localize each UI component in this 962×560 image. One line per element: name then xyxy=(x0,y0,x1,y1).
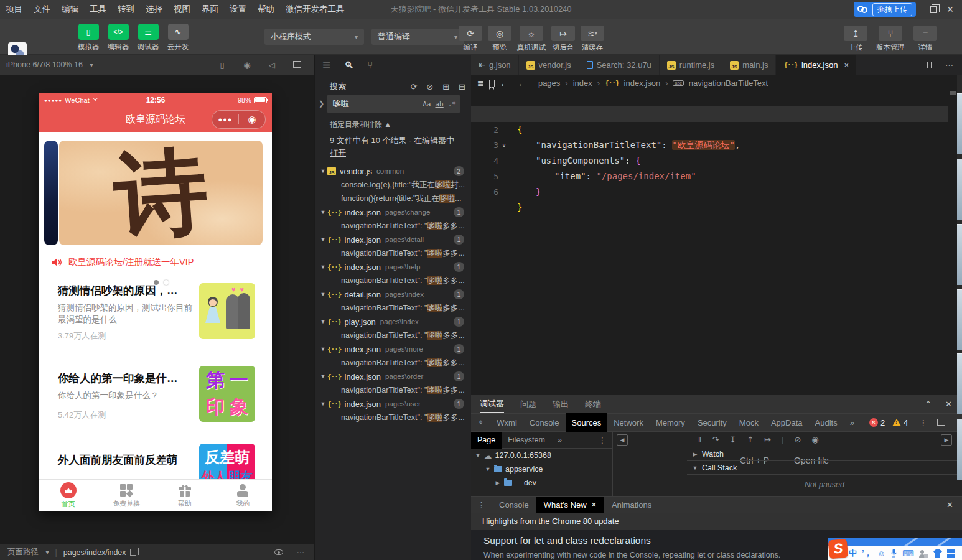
menu-select[interactable]: 选择 xyxy=(140,4,168,15)
devtools-tab-mock[interactable]: Mock xyxy=(733,413,765,432)
docked-sidebar-segment[interactable] xyxy=(957,353,962,414)
search-match-row[interactable]: function(){return{title:"我正在哆啦... xyxy=(341,192,465,205)
menu-tools[interactable]: 工具 xyxy=(84,4,112,15)
copy-path-icon[interactable] xyxy=(130,549,136,556)
clear-cache-button[interactable]: ≋▾ 清缓存 xyxy=(581,26,604,52)
code-editor[interactable]: 1∨ { 2 "navigationBarTitleText": "欧皇源码论坛… xyxy=(471,91,948,395)
record-icon[interactable]: ◉ xyxy=(235,60,259,70)
sogou-logo[interactable]: S xyxy=(828,539,849,559)
capsule-menu[interactable]: ●●● ◉ xyxy=(212,110,266,129)
quiz-list-item[interactable]: 猜测情侣吵架的原因，… 猜测情侣吵架的原因，测试出你目前最渴望的是什么 3.79… xyxy=(39,283,272,345)
search-match-row[interactable]: navigationBarTitleText": "哆啦多多... xyxy=(341,356,465,370)
clear-results-icon[interactable]: ⊘ xyxy=(426,82,433,91)
tab-mine[interactable]: 我的 xyxy=(214,480,273,511)
sources-tab-page[interactable]: Page xyxy=(471,432,502,449)
drawer-tab-animations[interactable]: Animations xyxy=(604,497,659,513)
outline-list-icon[interactable]: ☰ xyxy=(322,60,330,71)
mute-icon[interactable]: ◁ xyxy=(259,60,284,70)
devtools-menu-icon[interactable]: ⋮ xyxy=(919,418,927,427)
inspect-cursor-icon[interactable]: ⌖ xyxy=(471,418,490,427)
expand-search-chevron[interactable]: ❯ xyxy=(319,100,324,108)
devtools-tab-security[interactable]: Security xyxy=(691,413,733,432)
tab-free-exchange[interactable]: 免费兑换 xyxy=(98,480,156,511)
collapse-left-pane-icon[interactable]: ◀ xyxy=(617,434,628,446)
ime-skin-icon[interactable] xyxy=(933,549,942,558)
carousel-slide-image[interactable]: 诗 xyxy=(59,141,263,245)
search-file-row[interactable]: ▼{··}play.jsonpages\index1 xyxy=(315,315,472,329)
git-branch-icon[interactable]: ⑂ xyxy=(367,60,373,70)
cloud-dev-button[interactable]: ∿ 云开发 xyxy=(163,24,193,52)
search-match-row[interactable]: navigationBarTitleText": "哆啦多多... xyxy=(341,329,465,342)
scrollbar-thumb[interactable] xyxy=(950,91,956,95)
devtools-tab-wxml[interactable]: Wxml xyxy=(490,413,523,432)
search-match-row[interactable]: navigationBarTitleText": "哆啦多多... xyxy=(341,274,465,287)
pause-on-exceptions-icon[interactable]: ◉ xyxy=(811,435,818,444)
error-counter[interactable]: ✕2 xyxy=(869,418,885,427)
search-match-row[interactable]: console.log(e),{title:"我正在哆啦封... xyxy=(341,178,465,192)
mode-select[interactable]: 小程序模式▾ xyxy=(264,29,364,45)
editor-toggle-button[interactable]: </> 编辑器 xyxy=(103,24,133,52)
menu-help[interactable]: 帮助 xyxy=(252,4,280,15)
tab-runtime-js[interactable]: JSruntime.js xyxy=(660,55,722,75)
step-over-icon[interactable]: ↷ xyxy=(712,435,719,444)
search-input[interactable]: 哆啦 Aa ab .* xyxy=(327,95,460,113)
restore-window-button[interactable] xyxy=(930,6,937,15)
docked-sidebar-segment[interactable] xyxy=(957,93,962,154)
whole-word-icon[interactable]: ab xyxy=(436,100,444,108)
sources-tab-filesystem[interactable]: Filesystem xyxy=(502,432,551,449)
tab-vendor-js[interactable]: JSvendor.js xyxy=(519,55,579,75)
tab-main-js[interactable]: JSmain.js xyxy=(722,55,776,75)
breadcrumb-pages[interactable]: pages xyxy=(538,78,560,88)
drag-upload-button[interactable]: 拖拽上传 xyxy=(854,2,916,17)
docked-sidebar-segment[interactable] xyxy=(957,224,962,285)
drawer-tab-console[interactable]: Console xyxy=(492,497,536,513)
search-file-row[interactable]: ▼{··}index.jsonpages\order1 xyxy=(315,370,472,383)
tree-folder-row[interactable]: ▶__dev__ xyxy=(471,476,612,490)
devtools-tab-audits[interactable]: Audits xyxy=(809,413,844,432)
devtools-tab-network[interactable]: Network xyxy=(607,413,650,432)
details-button[interactable]: ≡ 详情 xyxy=(913,26,937,52)
ime-toolbox-icon[interactable] xyxy=(947,549,955,558)
devtools-tab-memory[interactable]: Memory xyxy=(650,413,691,432)
collapse-panel-icon[interactable]: ⌃ xyxy=(925,399,932,409)
menu-view[interactable]: 视图 xyxy=(168,4,196,15)
back-arrow-icon[interactable]: ← xyxy=(500,78,509,88)
collapse-all-icon[interactable]: ⊟ xyxy=(459,82,465,91)
search-file-row[interactable]: ▼{··}index.jsonpages\help1 xyxy=(315,260,472,274)
close-panel-icon[interactable]: ✕ xyxy=(945,399,952,409)
compile-mode-select[interactable]: 普通编译▾ xyxy=(371,29,464,45)
breadcrumb-symbol[interactable]: navigationBarTitleText xyxy=(689,78,768,88)
devtools-tab-console[interactable]: Console xyxy=(523,413,566,432)
eye-icon[interactable] xyxy=(274,549,283,555)
search-match-row[interactable]: navigationBarTitleText": "哆啦多多... xyxy=(341,411,465,424)
open-in-editor-icon[interactable]: ⊞ xyxy=(442,82,449,91)
tab-output[interactable]: 输出 xyxy=(553,395,569,413)
docked-sidebar-segment[interactable] xyxy=(957,289,962,350)
search-file-row[interactable]: ▼{··}index.jsonpages\user1 xyxy=(315,397,472,411)
version-manage-button[interactable]: ⑂ 版本管理 xyxy=(876,26,905,52)
warning-counter[interactable]: 4 xyxy=(892,418,908,427)
preview-button[interactable]: ◎ 预览 xyxy=(488,26,511,52)
notice-bar[interactable]: 欧皇源码论坛/注册就送一年VIP xyxy=(52,256,263,268)
devtools-tab-appdata[interactable]: AppData xyxy=(765,413,809,432)
tree-host-row[interactable]: ▼☁127.0.0.1:65368 xyxy=(471,449,612,462)
files-to-include-toggle[interactable]: 指定目录和排除 ▲ xyxy=(330,119,391,130)
tab-help[interactable]: 帮助 xyxy=(156,480,214,511)
drawer-menu-icon[interactable]: ⋮ xyxy=(471,500,492,510)
debugger-toggle-button[interactable]: ⚌ 调试器 xyxy=(133,24,163,52)
more-tabs-icon[interactable]: » xyxy=(844,413,861,432)
ime-lang-toggle[interactable]: 中 xyxy=(849,548,857,559)
more-dots-icon[interactable]: ⋯ xyxy=(297,548,305,557)
tree-folder-row[interactable]: ▼appservice xyxy=(471,462,612,476)
menu-settings[interactable]: 设置 xyxy=(224,4,252,15)
compile-button[interactable]: ⟳ 编译 xyxy=(459,26,482,52)
drawer-tab-whats-new[interactable]: What's New✕ xyxy=(536,497,604,513)
close-tab-icon[interactable]: ✕ xyxy=(591,501,597,509)
carousel-prev-slide[interactable] xyxy=(44,141,58,245)
menu-file[interactable]: 文件 xyxy=(28,4,56,15)
devtools-tab-sources[interactable]: Sources xyxy=(566,413,608,432)
tab-search-editor[interactable]: Search: 32.u7u xyxy=(579,55,660,75)
pause-icon[interactable]: ‖ xyxy=(698,435,701,444)
docked-sidebar-segment[interactable] xyxy=(957,159,962,220)
watch-section[interactable]: ▶Watch xyxy=(687,447,962,461)
